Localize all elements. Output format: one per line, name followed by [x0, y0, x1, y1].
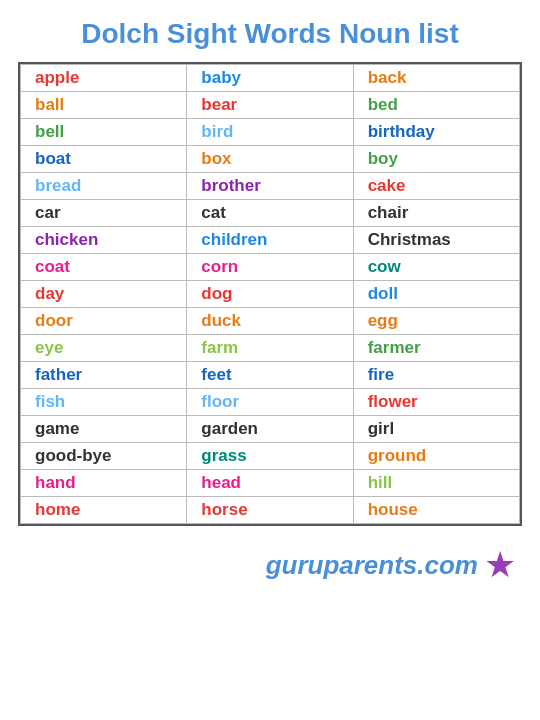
word-cell: doll — [353, 281, 519, 308]
word-cell: house — [353, 497, 519, 524]
word-cell: head — [187, 470, 353, 497]
footer-text: guruparents.com — [266, 550, 478, 581]
word-cell: ball — [21, 92, 187, 119]
word-cell: eye — [21, 335, 187, 362]
word-cell: girl — [353, 416, 519, 443]
table-row: boatboxboy — [21, 146, 520, 173]
word-cell: fire — [353, 362, 519, 389]
word-cell: game — [21, 416, 187, 443]
word-cell: chair — [353, 200, 519, 227]
word-cell: egg — [353, 308, 519, 335]
table-row: ballbearbed — [21, 92, 520, 119]
word-cell: Christmas — [353, 227, 519, 254]
word-cell: flower — [353, 389, 519, 416]
table-row: homehorsehouse — [21, 497, 520, 524]
word-cell: fish — [21, 389, 187, 416]
word-cell: boy — [353, 146, 519, 173]
word-cell: children — [187, 227, 353, 254]
word-cell: duck — [187, 308, 353, 335]
table-row: fatherfeetfire — [21, 362, 520, 389]
word-cell: floor — [187, 389, 353, 416]
word-cell: box — [187, 146, 353, 173]
word-table: applebabybackballbearbedbellbirdbirthday… — [18, 62, 522, 526]
page-title: Dolch Sight Words Noun list — [71, 0, 468, 62]
word-cell: grass — [187, 443, 353, 470]
word-cell: hill — [353, 470, 519, 497]
word-cell: bird — [187, 119, 353, 146]
word-cell: baby — [187, 65, 353, 92]
word-cell: bed — [353, 92, 519, 119]
table-row: applebabyback — [21, 65, 520, 92]
word-cell: chicken — [21, 227, 187, 254]
word-cell: farmer — [353, 335, 519, 362]
word-cell: dog — [187, 281, 353, 308]
word-cell: coat — [21, 254, 187, 281]
table-row: good-byegrassground — [21, 443, 520, 470]
word-cell: bell — [21, 119, 187, 146]
table-row: chickenchildrenChristmas — [21, 227, 520, 254]
star-icon: ★ — [484, 544, 516, 586]
word-cell: birthday — [353, 119, 519, 146]
word-cell: cat — [187, 200, 353, 227]
word-cell: home — [21, 497, 187, 524]
word-cell: garden — [187, 416, 353, 443]
word-cell: farm — [187, 335, 353, 362]
word-cell: brother — [187, 173, 353, 200]
word-cell: back — [353, 65, 519, 92]
word-cell: day — [21, 281, 187, 308]
footer: guruparents.com ★ — [0, 536, 540, 596]
table-row: eyefarmfarmer — [21, 335, 520, 362]
word-cell: apple — [21, 65, 187, 92]
word-cell: father — [21, 362, 187, 389]
table-row: coatcorncow — [21, 254, 520, 281]
word-cell: bear — [187, 92, 353, 119]
word-cell: cow — [353, 254, 519, 281]
table-row: gamegardengirl — [21, 416, 520, 443]
table-row: handheadhill — [21, 470, 520, 497]
table-row: breadbrothercake — [21, 173, 520, 200]
word-cell: good-bye — [21, 443, 187, 470]
word-cell: bread — [21, 173, 187, 200]
table-row: doorduckegg — [21, 308, 520, 335]
word-cell: feet — [187, 362, 353, 389]
table-row: bellbirdbirthday — [21, 119, 520, 146]
word-cell: horse — [187, 497, 353, 524]
word-cell: hand — [21, 470, 187, 497]
word-cell: ground — [353, 443, 519, 470]
word-cell: cake — [353, 173, 519, 200]
table-row: fishfloorflower — [21, 389, 520, 416]
table-row: carcatchair — [21, 200, 520, 227]
word-cell: corn — [187, 254, 353, 281]
word-cell: door — [21, 308, 187, 335]
table-row: daydogdoll — [21, 281, 520, 308]
word-cell: boat — [21, 146, 187, 173]
word-cell: car — [21, 200, 187, 227]
